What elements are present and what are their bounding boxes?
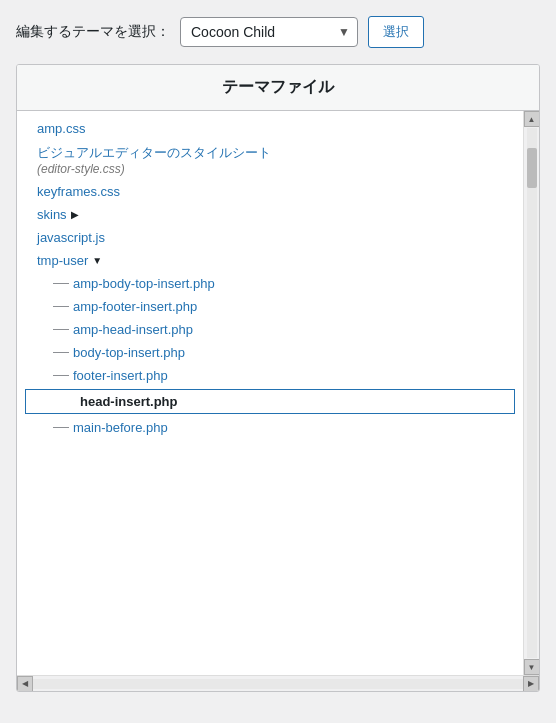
theme-selector-row: 編集するテーマを選択： Cocoon Child Cocoon Twenty T… <box>16 16 540 48</box>
list-item-folder[interactable]: skins ▶ <box>17 203 523 226</box>
horizontal-track <box>33 679 523 689</box>
scroll-right-button[interactable]: ▶ <box>523 676 539 692</box>
list-item[interactable]: ビジュアルエディターのスタイルシート <box>17 140 523 162</box>
scrollbar-thumb[interactable] <box>527 148 537 188</box>
file-list-content[interactable]: amp.css ビジュアルエディターのスタイルシート (editor-style… <box>17 111 523 675</box>
file-label: amp-head-insert.php <box>73 322 193 337</box>
scrollbar-track <box>527 128 537 658</box>
file-label: javascript.js <box>37 230 105 245</box>
horizontal-scrollbar[interactable]: ◀ ▶ <box>17 675 539 691</box>
indent-line <box>60 401 76 402</box>
list-item[interactable]: footer-insert.php <box>17 364 523 387</box>
list-item[interactable]: amp-body-top-insert.php <box>17 272 523 295</box>
list-item[interactable]: keyframes.css <box>17 178 523 203</box>
file-label: amp-body-top-insert.php <box>73 276 215 291</box>
indent-line <box>53 352 69 353</box>
list-item[interactable]: amp-footer-insert.php <box>17 295 523 318</box>
theme-selector-label: 編集するテーマを選択： <box>16 23 170 41</box>
file-label: body-top-insert.php <box>73 345 185 360</box>
list-item[interactable]: amp.css <box>17 117 523 140</box>
indent-line <box>53 427 69 428</box>
list-item[interactable]: amp-head-insert.php <box>17 318 523 341</box>
file-label: ビジュアルエディターのスタイルシート <box>37 144 271 162</box>
file-label: footer-insert.php <box>73 368 168 383</box>
scroll-body: amp.css ビジュアルエディターのスタイルシート (editor-style… <box>17 111 539 675</box>
file-panel: テーマファイル amp.css ビジュアルエディターのスタイルシート (edit… <box>16 64 540 692</box>
file-list-area: amp.css ビジュアルエディターのスタイルシート (editor-style… <box>17 111 539 691</box>
file-label: amp-footer-insert.php <box>73 299 197 314</box>
page-wrapper: 編集するテーマを選択： Cocoon Child Cocoon Twenty T… <box>0 0 556 723</box>
file-label: head-insert.php <box>80 394 178 409</box>
theme-select[interactable]: Cocoon Child Cocoon Twenty Twenty-Three <box>180 17 358 47</box>
indent-line <box>53 306 69 307</box>
list-item[interactable]: main-before.php <box>17 416 523 439</box>
indent-line <box>53 283 69 284</box>
indent-line <box>53 329 69 330</box>
file-label: main-before.php <box>73 420 168 435</box>
vertical-scrollbar[interactable]: ▲ ▼ <box>523 111 539 675</box>
list-item[interactable]: javascript.js <box>17 226 523 249</box>
file-label: skins <box>37 207 67 222</box>
file-label: tmp-user <box>37 253 88 268</box>
scroll-down-button[interactable]: ▼ <box>524 659 540 675</box>
indent-line <box>53 375 69 376</box>
theme-select-wrapper: Cocoon Child Cocoon Twenty Twenty-Three … <box>180 17 358 47</box>
list-item-active[interactable]: head-insert.php <box>25 389 515 414</box>
folder-open-arrow-icon: ▼ <box>92 255 102 266</box>
list-item-folder-open[interactable]: tmp-user ▼ <box>17 249 523 272</box>
file-sub-label: (editor-style.css) <box>17 162 523 178</box>
scroll-left-button[interactable]: ◀ <box>17 676 33 692</box>
select-theme-button[interactable]: 選択 <box>368 16 424 48</box>
panel-title: テーマファイル <box>17 65 539 111</box>
folder-arrow-icon: ▶ <box>71 209 79 220</box>
file-label: keyframes.css <box>37 184 120 199</box>
scroll-up-button[interactable]: ▲ <box>524 111 540 127</box>
file-label: amp.css <box>37 121 85 136</box>
list-item[interactable]: body-top-insert.php <box>17 341 523 364</box>
